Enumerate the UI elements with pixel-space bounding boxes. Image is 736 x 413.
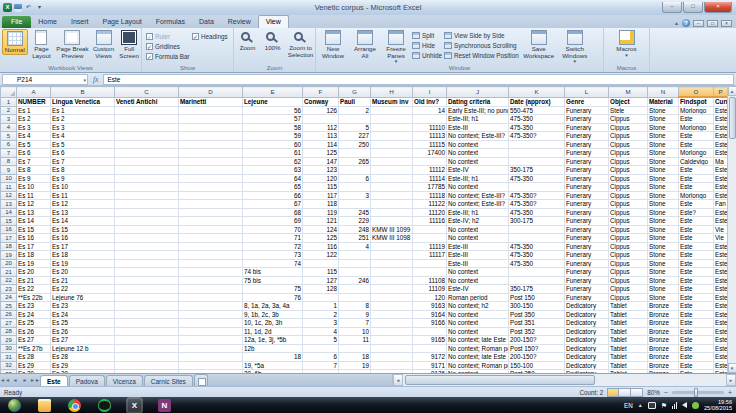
cell-A28[interactable]: Es 26 <box>17 327 51 336</box>
cell-A32[interactable]: Es 29 <box>17 361 51 370</box>
cell-L4[interactable]: Funerary <box>565 123 609 132</box>
cell-P27[interactable]: Este <box>714 319 728 328</box>
cell-O8[interactable]: Caldevigo <box>679 157 714 166</box>
cell-O7[interactable]: Morlongo <box>679 149 714 158</box>
cell-B8[interactable]: Es 7 <box>51 157 115 166</box>
cell-M26[interactable]: Tablet <box>609 310 648 319</box>
cell-E2[interactable]: 56 <box>243 106 303 115</box>
cell-B20[interactable]: Es 19 <box>51 259 115 268</box>
column-header-L[interactable]: L <box>565 87 609 98</box>
cell-C3[interactable] <box>115 115 179 124</box>
cell-E11[interactable]: 65 <box>243 183 303 192</box>
arrange-all-button[interactable]: Arrange All <box>350 29 380 59</box>
flag-icon[interactable]: ⚑ <box>661 402 667 409</box>
cell-I21[interactable] <box>413 268 447 277</box>
cell-D10[interactable] <box>179 174 243 183</box>
cell-L28[interactable]: Dedicatory <box>565 327 609 336</box>
cell-M7[interactable]: Cippus <box>609 149 648 158</box>
cell-L8[interactable]: Funerary <box>565 157 609 166</box>
cell-A12[interactable]: Es 11 <box>17 191 51 200</box>
cell-M8[interactable]: Cippus <box>609 157 648 166</box>
ribbon-tab-data[interactable]: Data <box>192 16 221 28</box>
cell-B19[interactable]: Es 18 <box>51 251 115 260</box>
cell-L27[interactable]: Dedicatory <box>565 319 609 328</box>
cell-N12[interactable]: Stone <box>648 191 679 200</box>
maximize-button[interactable]: □ <box>683 2 703 13</box>
cell-P16[interactable]: Vie <box>714 225 728 234</box>
cell-H19[interactable] <box>371 251 413 260</box>
cell-B4[interactable]: Es 3 <box>51 123 115 132</box>
cell-G2[interactable]: 2 <box>339 106 371 115</box>
vertical-scroll-thumb[interactable] <box>729 97 736 139</box>
zoom-button[interactable]: Zoom <box>236 29 259 52</box>
page-break-shortcut[interactable] <box>631 388 643 397</box>
cell-E14[interactable]: 68 <box>243 208 303 217</box>
cell-E28[interactable]: 11, 1d, 2d <box>243 327 303 336</box>
cell-L18[interactable]: Funerary <box>565 242 609 251</box>
cell-G13[interactable] <box>339 200 371 209</box>
cell-H31[interactable] <box>371 353 413 362</box>
cell-I29[interactable]: 9165 <box>413 336 447 345</box>
cell-G17[interactable]: 251 <box>339 234 371 243</box>
taskbar-icon-chrome[interactable] <box>68 399 81 412</box>
cell-L2[interactable]: Funerary <box>565 106 609 115</box>
cell-N15[interactable]: Stone <box>648 217 679 226</box>
cell-O29[interactable]: Este <box>679 336 714 345</box>
cell-N1[interactable]: Material <box>648 97 679 106</box>
cell-F30[interactable] <box>303 344 339 353</box>
cell-C14[interactable] <box>115 208 179 217</box>
cell-D21[interactable] <box>179 268 243 277</box>
sheet-tab-carnic-sites[interactable]: Carnic Sites <box>144 375 193 386</box>
cell-J16[interactable]: No context <box>447 225 509 234</box>
ribbon-tab-insert[interactable]: Insert <box>64 16 96 28</box>
cell-B22[interactable]: Es 21 <box>51 276 115 285</box>
cell-C31[interactable] <box>115 353 179 362</box>
cell-H24[interactable] <box>371 293 413 302</box>
taskbar-icon-explorer[interactable] <box>38 399 51 412</box>
cell-G8[interactable]: 265 <box>339 157 371 166</box>
cell-N5[interactable]: Stone <box>648 132 679 141</box>
cell-A13[interactable]: Es 12 <box>17 200 51 209</box>
cell-E30[interactable]: 12b <box>243 344 303 353</box>
name-box-caret-icon[interactable]: ▾ <box>83 75 86 85</box>
cell-G20[interactable] <box>339 259 371 268</box>
cell-B25[interactable]: Es 23 <box>51 302 115 311</box>
row-header-7[interactable]: 7 <box>1 149 17 158</box>
cell-C19[interactable] <box>115 251 179 260</box>
cell-H5[interactable] <box>371 132 413 141</box>
cell-G27[interactable]: 7 <box>339 319 371 328</box>
cell-P28[interactable]: Este <box>714 327 728 336</box>
cell-P31[interactable]: Este <box>714 353 728 362</box>
cell-F1[interactable]: Conway <box>303 97 339 106</box>
cell-H26[interactable] <box>371 310 413 319</box>
cell-I17[interactable] <box>413 234 447 243</box>
synchronous-scrolling-button[interactable]: Synchronous Scrolling <box>444 40 519 50</box>
cell-E26[interactable]: 9, 1b, 2c, 3b <box>243 310 303 319</box>
cell-B9[interactable]: Es 8 <box>51 166 115 175</box>
cell-L19[interactable]: Funerary <box>565 251 609 260</box>
cell-K5[interactable]: 475-350? <box>509 132 565 141</box>
cell-C18[interactable] <box>115 242 179 251</box>
cell-P11[interactable]: Este <box>714 183 728 192</box>
scroll-right-icon[interactable]: ► <box>726 374 736 386</box>
cell-O25[interactable]: Este <box>679 302 714 311</box>
cell-F20[interactable] <box>303 259 339 268</box>
cell-A11[interactable]: Es 10 <box>17 183 51 192</box>
cell-F9[interactable]: 123 <box>303 166 339 175</box>
cell-K18[interactable]: 475-350 <box>509 242 565 251</box>
cell-B28[interactable]: Es 26 <box>51 327 115 336</box>
cell-I8[interactable] <box>413 157 447 166</box>
cell-P26[interactable]: Este <box>714 310 728 319</box>
cell-O11[interactable]: Este <box>679 183 714 192</box>
cell-J6[interactable]: No context <box>447 140 509 149</box>
undo-icon[interactable]: ↶ <box>24 3 33 12</box>
cell-H1[interactable]: Museum inv <box>371 97 413 106</box>
cell-M2[interactable]: Stele <box>609 106 648 115</box>
cell-G18[interactable]: 4 <box>339 242 371 251</box>
cell-H2[interactable] <box>371 106 413 115</box>
cell-G4[interactable]: 5 <box>339 123 371 132</box>
cell-L13[interactable]: Funerary <box>565 200 609 209</box>
row-header-1[interactable]: 1 <box>1 97 17 106</box>
cell-M19[interactable]: Cippus <box>609 251 648 260</box>
cell-B6[interactable]: Es 5 <box>51 140 115 149</box>
